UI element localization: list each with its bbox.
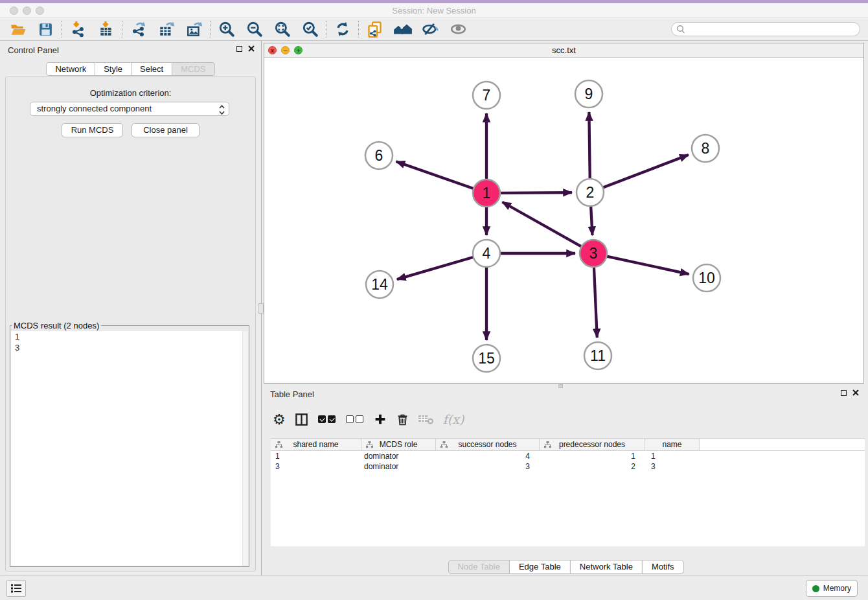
optimization-criterion-label: Optimization criterion: xyxy=(6,88,255,98)
zoom-out-icon[interactable] xyxy=(240,19,268,39)
show-view-icon[interactable] xyxy=(444,19,472,39)
graph-node-8[interactable]: 8 xyxy=(692,135,719,162)
column-header-successor-nodes[interactable]: successor nodes xyxy=(436,439,540,450)
export-table-icon[interactable] xyxy=(152,19,180,39)
create-column-icon[interactable] xyxy=(373,410,387,428)
run-mcds-button[interactable]: Run MCDS xyxy=(62,123,123,137)
graph-node-6[interactable]: 6 xyxy=(365,142,393,169)
table-cell[interactable]: 2 xyxy=(540,461,645,472)
tab-motifs[interactable]: Motifs xyxy=(642,560,684,574)
graph-node-3[interactable]: 3 xyxy=(580,240,607,267)
table-cell[interactable]: 1 xyxy=(540,451,645,461)
graph-node-14[interactable]: 14 xyxy=(366,271,393,298)
table-cell[interactable]: 3 xyxy=(645,461,700,472)
svg-text:4: 4 xyxy=(483,245,491,262)
copy-network-view-icon[interactable] xyxy=(361,19,389,39)
mcds-result-value: 1 xyxy=(11,331,248,342)
graph-svg[interactable]: 7968124314101511 xyxy=(264,58,863,383)
close-table-panel-icon[interactable] xyxy=(852,389,859,396)
table-panel: Table Panel ⚙ xyxy=(264,386,868,575)
select-all-columns-icon[interactable] xyxy=(317,410,337,428)
search-field xyxy=(671,22,860,36)
close-panel-icon[interactable] xyxy=(248,45,255,52)
function-builder-icon[interactable]: f(x) xyxy=(443,410,464,428)
home-layout-icon[interactable] xyxy=(389,19,417,39)
show-columns-icon[interactable] xyxy=(294,410,309,428)
export-network-icon[interactable] xyxy=(124,19,152,39)
node-table-body: 1dominator4113dominator323 xyxy=(271,451,865,472)
edge-1-2[interactable] xyxy=(499,192,572,193)
float-panel-icon[interactable] xyxy=(236,46,242,52)
graph-node-11[interactable]: 11 xyxy=(584,342,611,369)
table-options-icon[interactable]: ⚙ xyxy=(273,410,286,428)
graph-node-9[interactable]: 9 xyxy=(575,80,602,108)
edge-3-1[interactable] xyxy=(502,202,582,248)
table-cell[interactable]: 1 xyxy=(645,451,700,461)
edge-2-8[interactable] xyxy=(602,155,689,188)
node-table: shared nameMCDS rolesuccessor nodesprede… xyxy=(271,438,865,546)
edge-2-9[interactable] xyxy=(589,112,589,180)
svg-text:1: 1 xyxy=(483,185,491,202)
table-cell[interactable]: 1 xyxy=(271,451,361,461)
delete-columns-icon[interactable] xyxy=(396,410,409,428)
edge-1-6[interactable] xyxy=(396,161,475,189)
float-table-panel-icon[interactable] xyxy=(841,390,847,396)
table-cell[interactable]: dominator xyxy=(361,461,436,472)
tab-edge-table[interactable]: Edge Table xyxy=(509,560,571,574)
refresh-styles-icon[interactable] xyxy=(328,19,356,39)
graph-node-4[interactable]: 4 xyxy=(473,240,500,267)
zoom-in-icon[interactable] xyxy=(212,19,240,39)
table-tabs: Node TableEdge TableNetwork TableMotifs xyxy=(448,560,683,574)
tab-select[interactable]: Select xyxy=(131,62,172,76)
tab-network-table[interactable]: Network Table xyxy=(570,560,643,574)
graph-node-15[interactable]: 15 xyxy=(473,345,500,372)
memory-button[interactable]: Memory xyxy=(806,580,858,597)
hide-panels-icon[interactable] xyxy=(417,19,444,39)
search-input[interactable] xyxy=(689,23,854,35)
svg-text:11: 11 xyxy=(590,347,606,364)
delete-table-icon[interactable] xyxy=(418,410,435,428)
mcds-result-title: MCDS result (2 nodes) xyxy=(12,321,101,330)
graph-node-7[interactable]: 7 xyxy=(473,82,500,109)
import-table-icon[interactable] xyxy=(92,19,120,39)
zoom-selected-icon[interactable] xyxy=(296,19,324,39)
task-history-button[interactable] xyxy=(6,580,26,597)
open-session-icon[interactable] xyxy=(4,19,32,39)
mcds-result-list[interactable]: 13 xyxy=(11,331,248,566)
memory-label: Memory xyxy=(823,584,851,593)
save-session-icon[interactable] xyxy=(32,19,60,39)
edge-3-10[interactable] xyxy=(606,256,689,274)
network-canvas[interactable]: 7968124314101511 xyxy=(264,58,863,383)
criterion-select[interactable]: strongly connected component xyxy=(30,102,229,116)
close-panel-button[interactable]: Close panel xyxy=(131,123,200,137)
column-header-predecessor-nodes[interactable]: predecessor nodes xyxy=(540,439,645,450)
column-header-MCDS-role[interactable]: MCDS role xyxy=(361,439,436,450)
table-row[interactable]: 1dominator411 xyxy=(271,451,865,461)
edge-2-3[interactable] xyxy=(591,205,593,235)
graph-node-10[interactable]: 10 xyxy=(693,264,720,292)
column-header-shared-name[interactable]: shared name xyxy=(271,439,361,450)
table-row[interactable]: 3dominator323 xyxy=(271,461,865,472)
tab-network[interactable]: Network xyxy=(46,62,95,76)
edge-4-14[interactable] xyxy=(397,257,475,279)
result-scrollbar[interactable] xyxy=(242,331,248,566)
edge-3-11[interactable] xyxy=(594,266,597,338)
graph-node-2[interactable]: 2 xyxy=(577,179,604,206)
mcds-result-value: 3 xyxy=(11,342,248,353)
graph-node-1[interactable]: 1 xyxy=(473,179,500,207)
table-cell[interactable]: 3 xyxy=(436,461,540,472)
unselect-all-columns-icon[interactable] xyxy=(345,410,365,428)
table-cell[interactable]: 4 xyxy=(436,451,540,461)
column-header-name[interactable]: name xyxy=(645,439,700,450)
table-cell[interactable]: 3 xyxy=(271,461,361,472)
tab-style[interactable]: Style xyxy=(95,62,131,76)
toolbar-separator xyxy=(122,21,122,38)
toolbar-separator xyxy=(62,21,62,38)
table-cell[interactable]: dominator xyxy=(361,451,436,461)
import-network-icon[interactable] xyxy=(64,19,92,39)
export-image-icon[interactable] xyxy=(180,19,208,39)
tab-mcds[interactable]: MCDS xyxy=(172,62,214,76)
svg-text:2: 2 xyxy=(586,184,595,201)
zoom-fit-icon[interactable] xyxy=(268,19,296,39)
tab-node-table[interactable]: Node Table xyxy=(448,560,510,574)
